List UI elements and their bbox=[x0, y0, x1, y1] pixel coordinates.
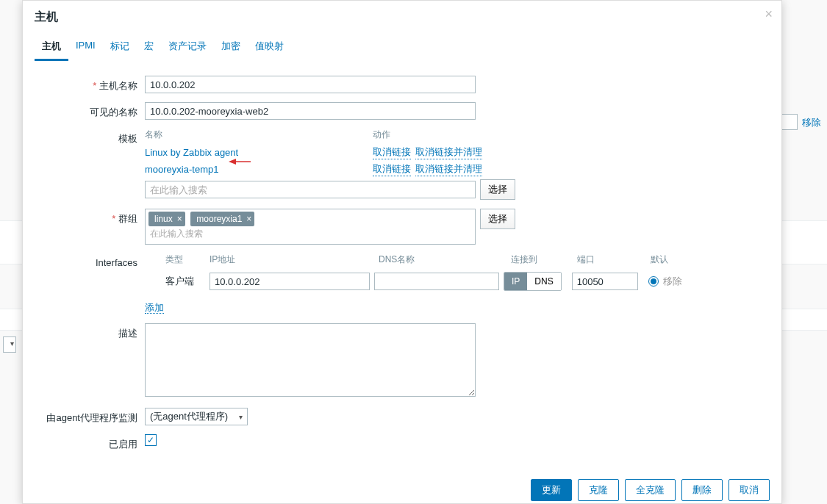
template-link-2[interactable]: mooreyxia-temp1 bbox=[145, 164, 218, 175]
group-multiselect[interactable]: linux× mooreyxia1× 在此输入搜索 bbox=[145, 209, 476, 245]
connect-dns-button[interactable]: DNS bbox=[527, 273, 560, 290]
delete-button[interactable]: 删除 bbox=[681, 479, 723, 501]
default-radio[interactable] bbox=[648, 276, 659, 287]
hostname-input[interactable] bbox=[145, 76, 476, 93]
interface-row: 客户端 IP DNS 移除 bbox=[165, 272, 770, 291]
iface-header-def: 默认 bbox=[651, 253, 695, 266]
visiblename-input[interactable] bbox=[145, 102, 476, 120]
unlink-2[interactable]: 取消链接 bbox=[373, 162, 411, 176]
tab-inventory[interactable]: 资产记录 bbox=[161, 34, 214, 61]
interfaces-label: Interfaces bbox=[35, 253, 145, 268]
iface-port-input[interactable] bbox=[572, 273, 638, 290]
description-label: 描述 bbox=[35, 323, 145, 340]
iface-header-ip: IP地址 bbox=[210, 253, 379, 266]
iface-header-type: 类型 bbox=[165, 253, 210, 266]
template-label: 模板 bbox=[35, 129, 145, 145]
connect-ip-button[interactable]: IP bbox=[504, 273, 527, 290]
modal-title: 主机 bbox=[23, 1, 781, 34]
iface-header-dns: DNS名称 bbox=[379, 253, 511, 266]
add-interface-link[interactable]: 添加 bbox=[145, 302, 164, 314]
template-search-input[interactable] bbox=[145, 181, 476, 198]
host-modal: × 主机 主机 IPMI 标记 宏 资产记录 加密 值映射 主机名称 可见的名称… bbox=[22, 0, 782, 504]
update-button[interactable]: 更新 bbox=[531, 479, 572, 501]
unlink-clear-2[interactable]: 取消链接并清理 bbox=[415, 162, 482, 176]
iface-dns-input[interactable] bbox=[374, 273, 499, 290]
group-label: 群组 bbox=[35, 209, 145, 226]
template-link-1[interactable]: Linux by Zabbix agent bbox=[145, 147, 238, 158]
tag-remove-icon[interactable]: × bbox=[177, 214, 182, 224]
unlink-clear-1[interactable]: 取消链接并清理 bbox=[415, 145, 482, 159]
clone-button[interactable]: 克隆 bbox=[578, 479, 619, 501]
group-placeholder: 在此输入搜索 bbox=[148, 226, 472, 242]
tab-host[interactable]: 主机 bbox=[35, 34, 68, 61]
proxy-select[interactable]: (无agent代理程序) bbox=[145, 408, 248, 425]
full-clone-button[interactable]: 全克隆 bbox=[625, 479, 676, 501]
enabled-checkbox[interactable]: ✓ bbox=[145, 434, 157, 446]
visiblename-label: 可见的名称 bbox=[35, 102, 145, 119]
proxy-label: 由agent代理程序监测 bbox=[35, 408, 145, 425]
iface-header-port: 端口 bbox=[577, 253, 651, 266]
connect-to-toggle: IP DNS bbox=[504, 272, 562, 291]
iface-header-conn: 连接到 bbox=[511, 253, 577, 266]
footer-buttons: 更新 克隆 全克隆 删除 取消 bbox=[23, 473, 781, 501]
description-textarea[interactable] bbox=[145, 323, 476, 397]
hostname-label: 主机名称 bbox=[35, 76, 145, 93]
tab-ipmi[interactable]: IPMI bbox=[68, 34, 103, 61]
svg-marker-1 bbox=[229, 159, 236, 165]
close-icon[interactable]: × bbox=[765, 7, 773, 22]
cancel-button[interactable]: 取消 bbox=[728, 479, 770, 501]
group-tag: mooreyxia1× bbox=[190, 212, 254, 226]
tab-valuemap[interactable]: 值映射 bbox=[248, 34, 291, 61]
tab-tags[interactable]: 标记 bbox=[103, 34, 137, 61]
unlink-1[interactable]: 取消链接 bbox=[373, 145, 411, 159]
enabled-label: 已启用 bbox=[35, 434, 145, 451]
template-select-button[interactable]: 选择 bbox=[480, 179, 515, 200]
iface-ip-input[interactable] bbox=[210, 273, 370, 290]
tab-macros[interactable]: 宏 bbox=[137, 34, 161, 61]
tabs: 主机 IPMI 标记 宏 资产记录 加密 值映射 bbox=[23, 34, 781, 61]
group-select-button[interactable]: 选择 bbox=[480, 209, 515, 229]
group-tag: linux× bbox=[148, 212, 185, 226]
iface-remove-link[interactable]: 移除 bbox=[663, 275, 682, 288]
arrow-icon bbox=[229, 157, 251, 168]
tab-encryption[interactable]: 加密 bbox=[214, 34, 248, 61]
iface-type: 客户端 bbox=[165, 275, 210, 288]
template-header-name: 名称 bbox=[145, 129, 373, 141]
template-header-action: 动作 bbox=[373, 129, 390, 141]
bg-select[interactable] bbox=[3, 336, 16, 353]
tag-remove-icon[interactable]: × bbox=[246, 214, 251, 224]
bg-remove-link[interactable]: 移除 bbox=[802, 116, 821, 129]
